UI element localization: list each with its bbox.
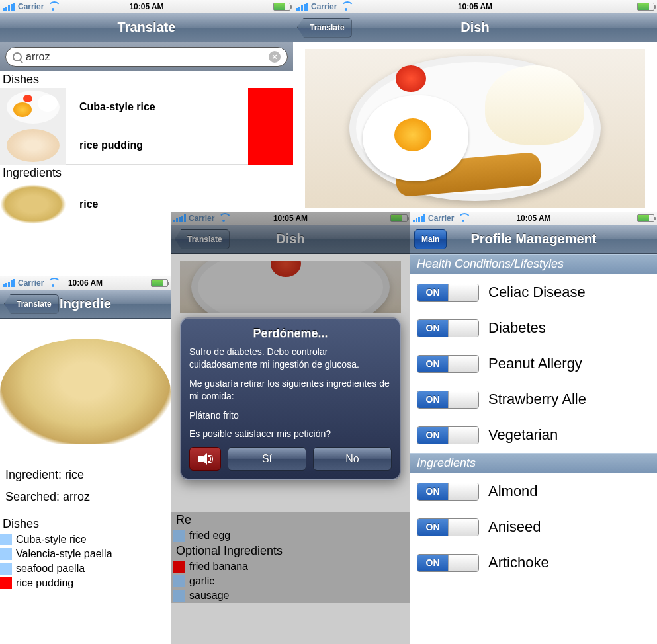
ingredient-label: rice xyxy=(66,198,98,210)
toggle-switch[interactable]: ON xyxy=(417,284,479,302)
ingredient-name-label: Ingredient: rice xyxy=(0,464,171,486)
back-button[interactable]: Translate xyxy=(297,18,352,38)
main-button[interactable]: Main xyxy=(414,229,447,249)
search-input[interactable] xyxy=(26,51,269,63)
toggle-label: Artichoke xyxy=(488,554,549,571)
ingredient-image xyxy=(0,319,171,464)
toggle-row: ONPeanut Allergy xyxy=(410,346,657,382)
dish-label: Cuba-style rice xyxy=(16,534,87,545)
toggle-switch[interactable]: ON xyxy=(417,518,479,536)
toggle-switch[interactable]: ON xyxy=(417,391,479,409)
search-bar: × xyxy=(0,42,293,71)
dish-image xyxy=(305,49,645,208)
dish-label: Valencia-style paella xyxy=(16,548,112,560)
toggle-knob xyxy=(448,284,478,301)
toggle-label: Vegetarian xyxy=(488,426,558,444)
toggle-on-label: ON xyxy=(417,356,448,372)
carrier-label: Carrier xyxy=(428,214,454,223)
toggle-label: Almond xyxy=(488,483,538,500)
dish-row[interactable]: Cuba-style rice xyxy=(0,532,171,547)
dish-label: Cuba-style rice xyxy=(66,101,248,113)
toggle-switch[interactable]: ON xyxy=(417,355,479,373)
toggle-knob xyxy=(448,320,478,337)
toggle-knob xyxy=(448,356,478,372)
color-flag xyxy=(0,577,12,589)
status-time: 10:06 AM xyxy=(68,278,103,288)
wifi-icon xyxy=(341,3,351,11)
color-flag xyxy=(0,534,12,545)
wifi-icon xyxy=(48,3,58,11)
toggle-knob xyxy=(448,519,478,536)
dish-label: rice pudding xyxy=(66,140,248,151)
signal-icon xyxy=(3,279,15,287)
dish-label: rice pudding xyxy=(16,577,73,589)
toggle-on-label: ON xyxy=(417,519,448,536)
toggle-knob xyxy=(448,555,478,571)
status-time: 10:05 AM xyxy=(458,2,492,11)
carrier-label: Carrier xyxy=(18,278,44,288)
dish-row[interactable]: Valencia-style paella xyxy=(0,547,171,561)
wifi-icon xyxy=(458,214,468,222)
wifi-icon xyxy=(48,279,58,287)
toggle-switch[interactable]: ON xyxy=(417,319,479,337)
status-bar: Carrier 10:06 AM xyxy=(0,276,171,290)
alert-text: Me gustaría retirar los siguientes ingre… xyxy=(189,378,392,403)
toggle-on-label: ON xyxy=(417,320,448,337)
status-bar: Carrier 10:05 AM xyxy=(293,0,657,13)
status-bar: Carrier 10:05 AM xyxy=(0,0,293,13)
speak-button[interactable] xyxy=(189,447,221,471)
status-time: 10:05 AM xyxy=(129,2,163,11)
speaker-icon xyxy=(198,453,212,465)
nav-bar: Translate Ingredie xyxy=(0,290,171,319)
ingredient-thumbnail xyxy=(0,184,66,224)
toggle-row: ONDiabetes xyxy=(410,310,657,346)
signal-icon xyxy=(3,3,15,11)
toggle-knob xyxy=(448,483,478,500)
toggle-label: Celiac Disease xyxy=(488,284,586,301)
toggle-knob xyxy=(448,391,478,408)
nav-bar: Translate xyxy=(0,13,293,42)
alert-dialog: Perdóneme... Sufro de diabetes. Debo con… xyxy=(180,317,401,480)
ingredients-section-header: Ingredients xyxy=(410,453,657,473)
toggle-label: Aniseed xyxy=(488,518,541,536)
toggle-row: ONCeliac Disease xyxy=(410,274,657,310)
page-title: Translate xyxy=(118,20,176,35)
dishes-section-header: Dishes xyxy=(0,516,171,532)
status-bar: Carrier 10:05 AM xyxy=(410,212,657,225)
dish-row[interactable]: rice pudding xyxy=(0,576,171,590)
clear-icon[interactable]: × xyxy=(269,51,281,63)
dish-row[interactable]: Cuba-style rice xyxy=(0,88,293,126)
conditions-section-header: Health Conditions/Lifestyles xyxy=(410,254,657,274)
carrier-label: Carrier xyxy=(18,2,44,11)
toggle-switch[interactable]: ON xyxy=(417,483,479,501)
dish-row[interactable]: seafood paella xyxy=(0,561,171,576)
screen-dish-alert: Carrier 10:05 AM Translate Dish Re fried… xyxy=(171,212,410,644)
battery-icon xyxy=(273,3,290,11)
carrier-label: Carrier xyxy=(311,2,337,11)
toggle-label: Diabetes xyxy=(488,319,546,337)
yes-button[interactable]: Sí xyxy=(228,447,306,471)
back-button[interactable]: Translate xyxy=(4,294,59,314)
toggle-on-label: ON xyxy=(417,483,448,500)
page-title: Dish xyxy=(460,20,489,35)
dish-row[interactable]: rice pudding xyxy=(0,126,293,165)
color-flag xyxy=(0,563,12,575)
toggle-knob xyxy=(448,427,478,444)
toggle-switch[interactable]: ON xyxy=(417,426,479,444)
dish-label: seafood paella xyxy=(16,563,85,575)
alert-text: Sufro de diabetes. Debo controlar cuidad… xyxy=(189,346,392,371)
toggle-on-label: ON xyxy=(417,555,448,571)
toggle-switch[interactable]: ON xyxy=(417,554,479,572)
alert-text: Plátano frito xyxy=(189,409,392,422)
warning-flag xyxy=(248,126,293,165)
toggle-on-label: ON xyxy=(417,427,448,444)
toggle-label: Strawberry Alle xyxy=(488,391,586,408)
nav-bar: Translate Dish xyxy=(293,13,657,42)
toggle-on-label: ON xyxy=(417,284,448,301)
toggle-row: ONAlmond xyxy=(410,473,657,509)
toggle-on-label: ON xyxy=(417,391,448,408)
ingredients-section-header: Ingredients xyxy=(0,165,293,181)
no-button[interactable]: No xyxy=(313,447,392,471)
searched-term-label: Searched: arroz xyxy=(0,486,171,508)
dishes-section-header: Dishes xyxy=(0,71,293,88)
